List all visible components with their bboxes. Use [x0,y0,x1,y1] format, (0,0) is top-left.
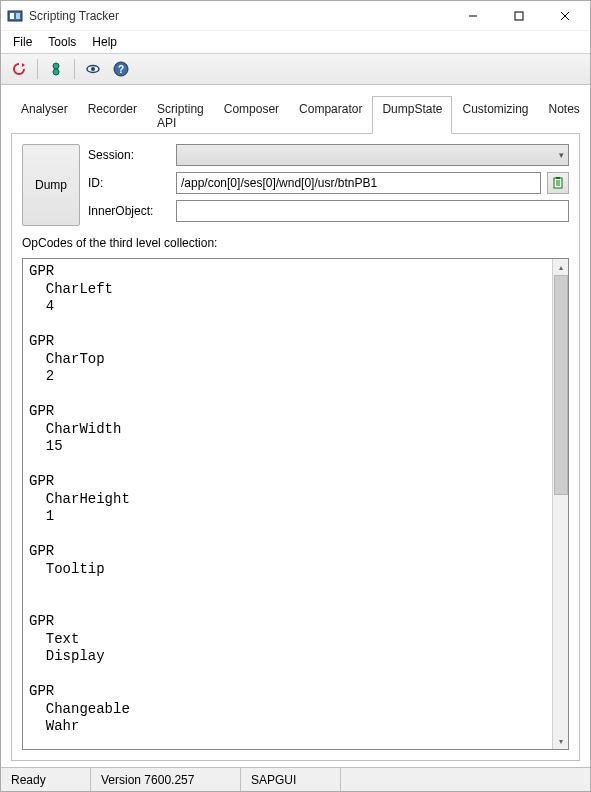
opcodes-output[interactable]: GPR CharLeft 4 GPR CharTop 2 GPR CharWid… [23,259,552,749]
svg-rect-15 [556,177,560,179]
opcodes-output-wrap: GPR CharLeft 4 GPR CharTop 2 GPR CharWid… [22,258,569,750]
tab-notes[interactable]: Notes [539,96,590,134]
tab-dumpstate[interactable]: DumpState [372,96,452,134]
status-version: Version 7600.257 [91,768,241,791]
session-label: Session: [88,148,170,162]
opcodes-label: OpCodes of the third level collection: [22,236,569,250]
clipboard-button[interactable] [547,172,569,194]
svg-text:?: ? [118,64,124,75]
dumpstate-panel: Dump Session: ▾ ID: [11,134,580,761]
menubar: File Tools Help [1,31,590,53]
session-combo[interactable]: ▾ [176,144,569,166]
scroll-down-icon[interactable]: ▾ [553,733,568,749]
eye-icon[interactable] [81,57,105,81]
inner-label: InnerObject: [88,204,170,218]
tab-recorder[interactable]: Recorder [78,96,147,134]
maximize-button[interactable] [496,1,542,31]
form-area: Dump Session: ▾ ID: [22,144,569,226]
tab-analyser[interactable]: Analyser [11,96,78,134]
svg-point-11 [91,67,95,71]
toolbar-separator [74,59,75,79]
titlebar: Scripting Tracker [1,1,590,31]
connect-icon[interactable] [44,57,68,81]
menu-file[interactable]: File [5,33,40,51]
svg-point-8 [53,63,59,69]
svg-rect-4 [515,12,523,20]
session-row: Session: ▾ [88,144,569,166]
svg-point-9 [53,69,59,75]
id-row: ID: [88,172,569,194]
scrollbar-thumb[interactable] [554,275,568,495]
svg-rect-2 [16,13,20,19]
app-icon [7,8,23,24]
svg-marker-7 [22,63,25,67]
inner-row: InnerObject: [88,200,569,222]
tab-scripting-api[interactable]: Scripting API [147,96,214,134]
help-icon[interactable]: ? [109,57,133,81]
window-title: Scripting Tracker [29,9,450,23]
toolbar: ? [1,53,590,85]
tabs: Analyser Recorder Scripting API Composer… [11,95,580,134]
chevron-down-icon: ▾ [559,150,564,160]
tab-customizing[interactable]: Customizing [452,96,538,134]
inner-field[interactable] [176,200,569,222]
id-label: ID: [88,176,170,190]
tab-composer[interactable]: Composer [214,96,289,134]
minimize-button[interactable] [450,1,496,31]
toolbar-separator [37,59,38,79]
scroll-up-icon[interactable]: ▴ [553,259,568,275]
menu-help[interactable]: Help [84,33,125,51]
window-controls [450,1,588,31]
close-button[interactable] [542,1,588,31]
status-ready: Ready [1,768,91,791]
clipboard-icon [551,176,565,190]
id-field[interactable] [176,172,541,194]
menu-tools[interactable]: Tools [40,33,84,51]
status-gui: SAPGUI [241,768,341,791]
scrollbar[interactable]: ▴ ▾ [552,259,568,749]
dump-button[interactable]: Dump [22,144,80,226]
refresh-icon[interactable] [7,57,31,81]
statusbar: Ready Version 7600.257 SAPGUI [1,767,590,791]
status-spacer [341,768,590,791]
svg-rect-1 [10,13,14,19]
form-rows: Session: ▾ ID: [88,144,569,226]
tab-comparator[interactable]: Comparator [289,96,372,134]
